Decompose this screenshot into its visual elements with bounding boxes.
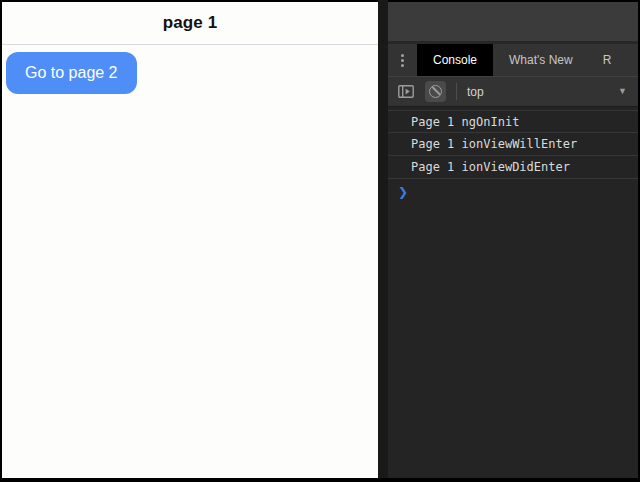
go-to-page-2-button[interactable]: Go to page 2 xyxy=(6,52,137,94)
devtools-empty-area xyxy=(388,2,638,44)
console-prompt[interactable]: ❯ xyxy=(388,179,638,204)
chevron-down-icon[interactable]: ▼ xyxy=(618,87,631,96)
devtools-panel: Console What's New R top ▼ Page 1 ngOnIn… xyxy=(388,2,638,478)
console-sidebar-toggle-icon[interactable] xyxy=(395,82,417,102)
prompt-chevron-icon: ❯ xyxy=(398,185,408,199)
toolbar-separator xyxy=(456,83,457,100)
devtools-tab-bar: Console What's New R xyxy=(388,44,638,76)
block-sign-icon xyxy=(429,85,442,98)
kebab-menu-icon[interactable] xyxy=(388,44,417,76)
console-message: Page 1 ionViewWillEnter xyxy=(388,133,638,156)
clear-console-icon[interactable] xyxy=(425,81,446,102)
tab-whats-new[interactable]: What's New xyxy=(493,44,589,76)
context-selector[interactable]: top xyxy=(467,85,484,99)
console-output: Page 1 ngOnInit Page 1 ionViewWillEnter … xyxy=(388,107,638,478)
app-header: page 1 xyxy=(2,2,378,45)
tab-console[interactable]: Console xyxy=(417,44,493,76)
page-title: page 1 xyxy=(163,13,217,33)
tab-partial[interactable]: R xyxy=(589,44,612,76)
app-preview-pane: page 1 Go to page 2 xyxy=(2,2,378,478)
console-message: Page 1 ionViewDidEnter xyxy=(388,156,638,179)
pane-divider xyxy=(378,0,388,478)
console-toolbar: top ▼ xyxy=(388,76,638,107)
app-content: Go to page 2 xyxy=(2,45,378,94)
console-message: Page 1 ngOnInit xyxy=(388,110,638,133)
